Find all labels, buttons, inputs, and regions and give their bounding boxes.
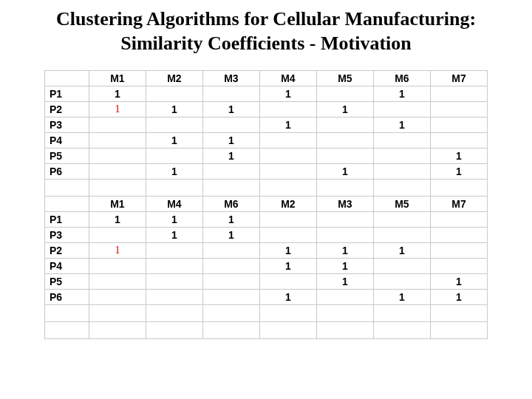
matrix-cell: 1 bbox=[89, 86, 146, 102]
matrix-cell bbox=[316, 133, 373, 149]
column-header: M7 bbox=[430, 71, 487, 86]
column-header: M6 bbox=[373, 71, 430, 86]
matrix-table-original: M1M2M3M4M5M6M7P1111P21111P311P411P511P61… bbox=[44, 70, 488, 180]
matrix-cell bbox=[259, 102, 316, 117]
matrix-cell bbox=[146, 259, 202, 274]
column-header: M5 bbox=[373, 197, 430, 212]
column-header: M1 bbox=[89, 71, 146, 86]
matrix-cell: 1 bbox=[430, 290, 487, 305]
matrix-cell bbox=[89, 228, 146, 243]
corner-cell bbox=[45, 71, 89, 86]
matrix-cell bbox=[430, 243, 487, 259]
matrix-cell bbox=[373, 274, 430, 290]
row-header: P1 bbox=[45, 86, 89, 102]
matrix-cell bbox=[430, 117, 487, 133]
matrix-cell bbox=[146, 243, 202, 259]
corner-cell bbox=[45, 197, 89, 212]
matrix-cell bbox=[259, 228, 316, 243]
column-header: M5 bbox=[316, 71, 373, 86]
matrix-cell bbox=[316, 117, 373, 133]
matrix-cell: 1 bbox=[202, 212, 259, 228]
matrix-cell: 1 bbox=[373, 117, 430, 133]
column-header: M2 bbox=[146, 71, 202, 86]
title-line-2: Similarity Coefficients - Motivation bbox=[120, 33, 412, 54]
matrix-cell bbox=[430, 102, 487, 117]
matrix-cell: 1 bbox=[146, 164, 202, 180]
row-header: P2 bbox=[45, 102, 89, 117]
row-header: P4 bbox=[45, 133, 89, 149]
matrix-cell: 1 bbox=[316, 243, 373, 259]
matrix-cell bbox=[316, 212, 373, 228]
matrix-cell bbox=[430, 259, 487, 274]
matrix-cell: 1 bbox=[202, 149, 259, 164]
matrix-cell: 1 bbox=[202, 228, 259, 243]
matrix-cell: 1 bbox=[146, 102, 202, 117]
matrix-cell: 1 bbox=[373, 86, 430, 102]
matrix-cell bbox=[202, 117, 259, 133]
row-header: P2 bbox=[45, 243, 89, 259]
column-header: M6 bbox=[202, 197, 259, 212]
matrix-cell: 1 bbox=[430, 274, 487, 290]
matrix-cell bbox=[146, 117, 202, 133]
matrix-cell: 1 bbox=[373, 243, 430, 259]
matrix-cell bbox=[146, 290, 202, 305]
matrix-cell bbox=[373, 133, 430, 149]
column-header: M2 bbox=[259, 197, 316, 212]
matrix-cell bbox=[373, 149, 430, 164]
matrix-cell bbox=[89, 149, 146, 164]
matrix-cell bbox=[430, 133, 487, 149]
matrix-cell bbox=[146, 86, 202, 102]
matrix-spacer bbox=[44, 179, 488, 197]
matrix-cell bbox=[430, 228, 487, 243]
row-header: P1 bbox=[45, 212, 89, 228]
matrix-cell: 1 bbox=[316, 259, 373, 274]
matrix-cell: 1 bbox=[316, 164, 373, 180]
matrix-cell: 1 bbox=[89, 212, 146, 228]
matrix-cell bbox=[316, 228, 373, 243]
matrix-cell: 1 bbox=[202, 102, 259, 117]
matrix-cell bbox=[202, 290, 259, 305]
matrix-cell bbox=[430, 212, 487, 228]
matrix-cell bbox=[373, 212, 430, 228]
matrix-cell bbox=[202, 243, 259, 259]
matrix-cell bbox=[202, 86, 259, 102]
row-header: P3 bbox=[45, 117, 89, 133]
matrix-cell bbox=[89, 259, 146, 274]
matrix-cell bbox=[259, 149, 316, 164]
matrix-cell bbox=[89, 133, 146, 149]
matrix-cell: 1 bbox=[146, 212, 202, 228]
matrix-cell bbox=[373, 164, 430, 180]
matrix-cell: 1 bbox=[89, 243, 146, 259]
column-header: M4 bbox=[259, 71, 316, 86]
matrix-cell: 1 bbox=[259, 243, 316, 259]
matrix-cell: 1 bbox=[316, 274, 373, 290]
matrix-cell bbox=[202, 274, 259, 290]
column-header: M3 bbox=[316, 197, 373, 212]
matrix-cell bbox=[259, 274, 316, 290]
row-header: P5 bbox=[45, 274, 89, 290]
matrix-cell: 1 bbox=[202, 133, 259, 149]
matrix-cell bbox=[89, 164, 146, 180]
matrix-cell: 1 bbox=[430, 164, 487, 180]
matrix-cell bbox=[373, 228, 430, 243]
row-header: P3 bbox=[45, 228, 89, 243]
matrix-table-rearranged: M1M4M6M2M3M5M7P1111P311P21111P411P511P61… bbox=[44, 196, 488, 305]
matrix-cell bbox=[430, 86, 487, 102]
matrix-cell: 1 bbox=[430, 149, 487, 164]
matrix-cell bbox=[202, 164, 259, 180]
matrix-cell: 1 bbox=[316, 102, 373, 117]
matrix-cell bbox=[259, 212, 316, 228]
matrix-cell bbox=[89, 117, 146, 133]
matrix-cell bbox=[146, 149, 202, 164]
matrix-cell bbox=[89, 274, 146, 290]
matrix-cell bbox=[373, 259, 430, 274]
matrix-cell: 1 bbox=[373, 290, 430, 305]
matrix-cell: 1 bbox=[259, 86, 316, 102]
matrix-cell bbox=[202, 259, 259, 274]
tables-area: M1M2M3M4M5M6M7P1111P21111P311P411P511P61… bbox=[44, 70, 488, 339]
matrix-cell: 1 bbox=[259, 290, 316, 305]
matrix-cell bbox=[146, 274, 202, 290]
matrix-cell: 1 bbox=[259, 117, 316, 133]
matrix-cell: 1 bbox=[146, 133, 202, 149]
slide-title: Clustering Algorithms for Cellular Manuf… bbox=[15, 7, 517, 55]
